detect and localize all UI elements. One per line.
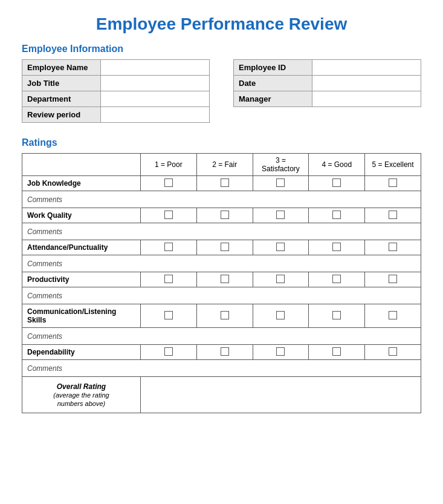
rating-row-4: Communication/Listening Skills	[22, 304, 421, 328]
col-header-category	[22, 154, 141, 176]
manager-label: Manager	[234, 91, 312, 107]
checkbox-3-rating-3[interactable]	[253, 272, 309, 287]
category-name-1: Work Quality	[22, 208, 141, 223]
checkbox-1-rating-3[interactable]	[253, 208, 309, 223]
job-title-label: Job Title	[22, 76, 101, 91]
checkbox-0-rating-3[interactable]	[253, 176, 309, 191]
comments-row-5: Comments	[22, 360, 421, 377]
category-name-5: Dependability	[22, 345, 141, 360]
comments-row-4: Comments	[22, 328, 421, 345]
date-label: Date	[234, 76, 312, 91]
checkbox-0-rating-4[interactable]	[309, 176, 365, 191]
col-header-5: 5 = Excellent	[365, 154, 421, 176]
col-header-2: 2 = Fair	[196, 154, 253, 176]
checkbox-5-rating-3[interactable]	[253, 345, 309, 360]
checkbox-2-rating-2[interactable]	[196, 240, 253, 255]
checkbox-1-rating-5[interactable]	[365, 208, 421, 223]
checkbox-3-rating-1[interactable]	[140, 272, 196, 287]
checkbox-5-rating-2[interactable]	[196, 345, 253, 360]
overall-rating-value[interactable]	[140, 377, 421, 413]
checkbox-5-rating-1[interactable]	[140, 345, 196, 360]
date-value[interactable]	[312, 76, 421, 91]
checkbox-1-rating-1[interactable]	[140, 208, 196, 223]
rating-row-0: Job Knowledge	[22, 176, 421, 191]
comments-row-0: Comments	[22, 191, 421, 208]
employee-info-heading: Employee Information	[22, 44, 421, 54]
checkbox-5-rating-5[interactable]	[365, 345, 421, 360]
comments-label-2[interactable]: Comments	[22, 255, 421, 272]
checkbox-1-rating-2[interactable]	[196, 208, 253, 223]
comments-label-4[interactable]: Comments	[22, 328, 421, 345]
checkbox-3-rating-2[interactable]	[196, 272, 253, 287]
col-header-3: 3 =Satisfactory	[253, 154, 309, 176]
col-header-4: 4 = Good	[309, 154, 365, 176]
employee-id-label: Employee ID	[234, 60, 312, 76]
manager-value[interactable]	[312, 91, 421, 107]
comments-label-1[interactable]: Comments	[22, 223, 421, 240]
rating-row-3: Productivity	[22, 272, 421, 287]
checkbox-3-rating-5[interactable]	[365, 272, 421, 287]
checkbox-4-rating-5[interactable]	[365, 304, 421, 328]
col-header-1: 1 = Poor	[140, 154, 196, 176]
overall-rating-row: Overall Rating(average the ratingnumbers…	[22, 377, 421, 413]
department-value[interactable]	[101, 91, 210, 107]
employee-name-label: Employee Name	[22, 60, 101, 76]
job-title-value[interactable]	[101, 76, 210, 91]
checkbox-0-rating-2[interactable]	[196, 176, 253, 191]
checkbox-4-rating-2[interactable]	[196, 304, 253, 328]
checkbox-2-rating-4[interactable]	[309, 240, 365, 255]
checkbox-4-rating-1[interactable]	[140, 304, 196, 328]
employee-info-section: Employee Information Employee Name Emplo…	[22, 44, 421, 123]
category-name-2: Attendance/Punctuality	[22, 240, 141, 255]
checkbox-3-rating-4[interactable]	[309, 272, 365, 287]
comments-label-3[interactable]: Comments	[22, 287, 421, 304]
category-name-3: Productivity	[22, 272, 141, 287]
info-row-1: Employee Name Employee ID	[22, 60, 421, 76]
checkbox-2-rating-1[interactable]	[140, 240, 196, 255]
category-name-0: Job Knowledge	[22, 176, 141, 191]
checkbox-2-rating-3[interactable]	[253, 240, 309, 255]
ratings-heading: Ratings	[22, 137, 421, 148]
comments-row-3: Comments	[22, 287, 421, 304]
comments-label-0[interactable]: Comments	[22, 191, 421, 208]
employee-info-table: Employee Name Employee ID Job Title Date…	[22, 59, 421, 123]
checkbox-1-rating-4[interactable]	[309, 208, 365, 223]
checkbox-5-rating-4[interactable]	[309, 345, 365, 360]
info-row-4: Review period	[22, 107, 421, 123]
ratings-header-row: 1 = Poor 2 = Fair 3 =Satisfactory 4 = Go…	[22, 154, 421, 176]
rating-row-1: Work Quality	[22, 208, 421, 223]
category-name-4: Communication/Listening Skills	[22, 304, 141, 328]
comments-row-2: Comments	[22, 255, 421, 272]
review-period-label: Review period	[22, 107, 101, 123]
comments-row-1: Comments	[22, 223, 421, 240]
checkbox-0-rating-5[interactable]	[365, 176, 421, 191]
overall-rating-label: Overall Rating(average the ratingnumbers…	[22, 377, 141, 413]
comments-label-5[interactable]: Comments	[22, 360, 421, 377]
department-label: Department	[22, 91, 101, 107]
checkbox-4-rating-3[interactable]	[253, 304, 309, 328]
checkbox-0-rating-1[interactable]	[140, 176, 196, 191]
review-period-value[interactable]	[101, 107, 210, 123]
checkbox-2-rating-5[interactable]	[365, 240, 421, 255]
ratings-table: 1 = Poor 2 = Fair 3 =Satisfactory 4 = Go…	[22, 153, 421, 413]
employee-name-value[interactable]	[101, 60, 210, 76]
rating-row-5: Dependability	[22, 345, 421, 360]
employee-id-value[interactable]	[312, 60, 421, 76]
info-row-3: Department Manager	[22, 91, 421, 107]
ratings-section: Ratings 1 = Poor 2 = Fair 3 =Satisfactor…	[22, 137, 421, 413]
page-title: Employee Performance Review	[22, 15, 421, 34]
checkbox-4-rating-4[interactable]	[309, 304, 365, 328]
info-row-2: Job Title Date	[22, 76, 421, 91]
rating-row-2: Attendance/Punctuality	[22, 240, 421, 255]
